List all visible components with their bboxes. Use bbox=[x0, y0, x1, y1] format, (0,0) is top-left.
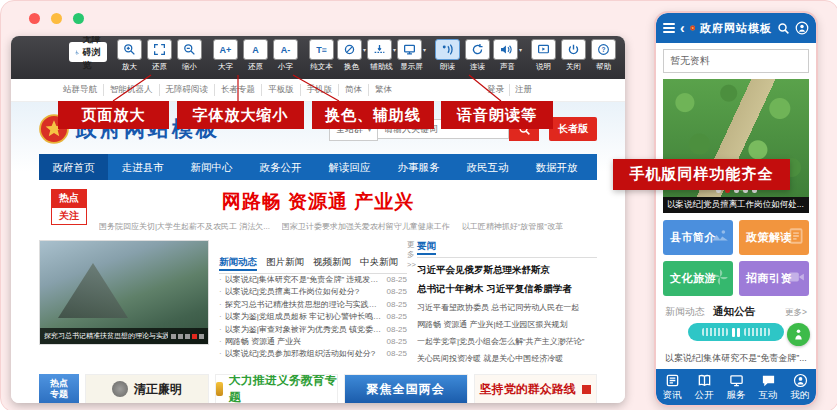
back-chevron-icon[interactable]: ‹ bbox=[680, 21, 685, 35]
carousel-dot[interactable] bbox=[185, 334, 190, 339]
nav-item-about-county[interactable]: 走进县市 bbox=[108, 154, 177, 180]
tile-county-intro[interactable]: 县市简介 bbox=[663, 220, 733, 255]
recolor-button[interactable]: ▾ 换色 bbox=[338, 39, 365, 72]
hamburger-menu-icon[interactable] bbox=[663, 23, 675, 33]
mobile-partial-list-item[interactable]: 以案说纪|集体研究不是“免责金牌”... bbox=[665, 352, 807, 362]
tab-news-updates[interactable]: 新闻动态 bbox=[219, 256, 257, 269]
utility-link-mobile-version[interactable]: 手机版 bbox=[300, 84, 339, 96]
tab-video-news[interactable]: 视频新闻 bbox=[313, 256, 351, 269]
plain-text-button[interactable]: T≡ 纯文本 bbox=[308, 39, 335, 72]
important-news-item[interactable]: 习近平看望政协委员 总书记同劳动人民在一起 bbox=[417, 302, 597, 313]
banner-integrity[interactable]: 清正廉明 bbox=[85, 374, 209, 403]
mobile-tab-notice[interactable]: 通知公告 bbox=[713, 305, 755, 319]
important-news-item[interactable]: 一起学党章|党员小组会怎么解“共产主义渺茫论” bbox=[417, 336, 597, 347]
audio-player[interactable] bbox=[688, 323, 784, 341]
page-zoom-out-button[interactable]: 缩小 bbox=[176, 39, 203, 72]
accessibility-mode-button[interactable]: 无障碍浏览 bbox=[69, 42, 107, 62]
tab-important-news[interactable]: 要闻 bbox=[417, 240, 436, 253]
mobile-nav-interaction[interactable]: 互动 bbox=[752, 369, 784, 405]
chat-bubble-icon bbox=[761, 373, 776, 388]
instructions-button[interactable]: 说明 bbox=[530, 39, 557, 72]
important-news-item[interactable]: 网路畅 资源通 产业兴|经工业园区振兴规划 bbox=[417, 319, 597, 330]
mobile-mockup: ‹ 政府网站模板 暂无资料 以案说纪|党员擅离工作岗位如何处... 县市简介 政… bbox=[654, 11, 818, 407]
news-list-item[interactable]: 以案说纪|党员参加邪教组织活动如何处分?08-25 bbox=[219, 348, 407, 360]
guide-line-button[interactable]: ▾ 辅助线 bbox=[368, 39, 395, 72]
read-aloud-button[interactable]: 朗读 bbox=[434, 39, 461, 72]
screen-display-button[interactable]: ▾ 显示屏 bbox=[398, 39, 425, 72]
utility-link-accessible-reading[interactable]: 无障碍阅读 bbox=[159, 84, 215, 96]
news-list-item[interactable]: 以案为鉴|审查对象被评为优秀党员 镇党委5人被问责08-25 bbox=[219, 324, 407, 336]
carousel-caption[interactable]: 探究习总书记精准扶贫思想的理论与实践基础 bbox=[44, 331, 168, 341]
ticker-item[interactable]: 国务院回应关切|大学生起薪不及农民工 消法欠... bbox=[99, 221, 270, 232]
font-restore-button[interactable]: A 还原 bbox=[242, 39, 269, 72]
ticker-item[interactable]: 以工匠精神抓好“放管服”改革 bbox=[462, 221, 563, 232]
close-toolbar-button[interactable]: 关闭 bbox=[560, 39, 587, 72]
nav-item-news-center[interactable]: 新闻中心 bbox=[177, 154, 246, 180]
news-tabs: 新闻动态 图片新闻 视频新闻 中央新闻 更多>> bbox=[219, 240, 407, 274]
photo-carousel[interactable]: 探究习总书记精准扶贫思想的理论与实践基础 bbox=[39, 240, 209, 345]
help-button[interactable]: ? 帮助 bbox=[590, 39, 617, 72]
utility-link-tablet-version[interactable]: 平板版 bbox=[261, 84, 300, 96]
maximize-window-dot[interactable] bbox=[73, 13, 84, 24]
nav-item-interpretation[interactable]: 解读回应 bbox=[315, 154, 384, 180]
important-news-item[interactable]: 关心民间投资冷暖 就是关心中国经济冷暖 bbox=[417, 353, 597, 364]
mobile-nav-news[interactable]: 资讯 bbox=[656, 369, 688, 405]
tab-central-news[interactable]: 中央新闻 bbox=[360, 256, 398, 269]
tab-photo-news[interactable]: 图片新闻 bbox=[266, 256, 304, 269]
ticker-item[interactable]: 国家卫计委要求加强关爱农村留守儿童健康工作 bbox=[282, 221, 450, 232]
carousel-dot[interactable] bbox=[199, 334, 204, 339]
sign-language-button[interactable] bbox=[787, 323, 810, 346]
tile-investment[interactable]: 招商引资 bbox=[739, 261, 809, 296]
utility-link-site-nav[interactable]: 站群导航 bbox=[57, 84, 103, 96]
user-icon[interactable] bbox=[795, 21, 809, 35]
nav-item-services[interactable]: 办事服务 bbox=[384, 154, 453, 180]
mobile-tab-news[interactable]: 新闻动态 bbox=[665, 305, 705, 319]
mobile-nav-profile[interactable]: 我的 bbox=[784, 369, 816, 405]
banner-education[interactable]: 大力推进义务教育专题 bbox=[215, 374, 339, 403]
carousel-dot[interactable] bbox=[178, 334, 183, 339]
nav-item-home[interactable]: 政府首页 bbox=[39, 154, 108, 180]
page-zoom-in-button[interactable]: 放大 bbox=[116, 39, 143, 72]
nav-item-open-data[interactable]: 数据开放 bbox=[522, 154, 591, 180]
nav-item-gov-disclosure[interactable]: 政务公开 bbox=[246, 154, 315, 180]
news-list-item[interactable]: 探究习总书记精准扶贫思想的理论与实践基础08-25 bbox=[219, 299, 407, 311]
minimize-window-dot[interactable] bbox=[51, 13, 62, 24]
mobile-nav-services[interactable]: 服务 bbox=[720, 369, 752, 405]
carousel-dot[interactable] bbox=[171, 334, 176, 339]
sound-button[interactable]: ▾ 声音 bbox=[494, 39, 521, 72]
news-list-item[interactable]: 网路畅 资源通 产业兴08-25 bbox=[219, 336, 407, 348]
utility-link-traditional[interactable]: 繁体 bbox=[368, 84, 398, 96]
banner-two-sessions[interactable]: 聚焦全国两会 bbox=[344, 374, 468, 403]
news-list-item[interactable]: 以案说纪|党员擅离工作岗位如何处分?08-25 bbox=[219, 286, 407, 298]
news-more-link[interactable]: 更多>> bbox=[407, 240, 416, 269]
font-larger-button[interactable]: A+ 大字 bbox=[212, 39, 239, 72]
mobile-more-link[interactable]: 更多> bbox=[785, 307, 807, 319]
search-icon[interactable] bbox=[777, 22, 790, 35]
carousel-dot-active[interactable] bbox=[192, 334, 197, 339]
utility-link-robot[interactable]: 智能机器人 bbox=[103, 84, 159, 96]
headline-link[interactable]: 网路畅 资源通 产业兴 bbox=[39, 189, 597, 215]
pause-icon[interactable] bbox=[732, 328, 740, 337]
mobile-notice-box: 暂无资料 bbox=[663, 49, 809, 73]
register-link[interactable]: 注册 bbox=[510, 84, 537, 96]
banner-mass-line[interactable]: 坚持党的群众路线 bbox=[474, 374, 598, 403]
news-list-item[interactable]: 以案说纪|集体研究不是“免责金牌” 违规发放津贴被处...08-25 bbox=[219, 274, 407, 286]
utility-link-simplified[interactable]: 简体 bbox=[338, 84, 368, 96]
page-zoom-restore-button[interactable]: 还原 bbox=[146, 39, 173, 72]
tile-policy-interpretation[interactable]: 政策解读 bbox=[739, 220, 809, 255]
news-list-item[interactable]: 以案为鉴|党组成员超标 牢记初心警钟长鸣问责08-25 bbox=[219, 311, 407, 323]
font-smaller-button[interactable]: A- 小字 bbox=[272, 39, 299, 72]
login-link[interactable]: 登录 bbox=[482, 84, 510, 96]
misc-group: 说明 关闭 ? 帮助 bbox=[530, 39, 617, 72]
elder-version-button[interactable]: 长者版 bbox=[549, 117, 597, 141]
mobile-photo-caption[interactable]: 以案说纪|党员擅离工作岗位如何处... bbox=[663, 197, 809, 213]
close-window-dot[interactable] bbox=[29, 13, 40, 24]
tile-culture-tourism[interactable]: 文化旅游 bbox=[663, 261, 733, 296]
nav-item-interaction[interactable]: 政民互动 bbox=[453, 154, 522, 180]
continuous-read-button[interactable]: 连读 bbox=[464, 39, 491, 72]
utility-link-elder-topic[interactable]: 长者专题 bbox=[214, 84, 261, 96]
important-news-headline[interactable]: 习近平会见俄罗斯总理米舒斯京 bbox=[417, 264, 597, 277]
important-news-headline[interactable]: 总书记十年树木 习近平复信希腊学者 bbox=[417, 283, 597, 296]
mobile-nav-disclosure[interactable]: 公开 bbox=[688, 369, 720, 405]
monitor-icon bbox=[397, 39, 422, 60]
